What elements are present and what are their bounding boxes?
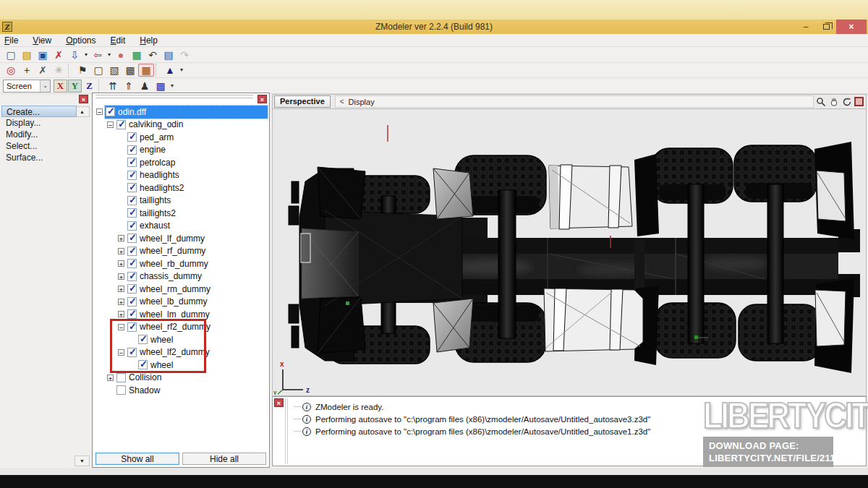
tree-row-body[interactable]: wheel_rf2_dummy	[127, 321, 268, 334]
weld-vertices-icon[interactable]: ◎	[3, 64, 19, 77]
toolbar-divider[interactable]	[98, 80, 103, 93]
new-file-icon[interactable]: ▢	[3, 48, 19, 61]
tree-checkbox[interactable]	[127, 284, 137, 294]
save-icon[interactable]: ▣	[35, 48, 51, 61]
tree-checkbox[interactable]	[106, 107, 115, 116]
dropdown-caret-icon[interactable]: ▾	[169, 80, 176, 93]
tree-row-body[interactable]: headlights2	[127, 181, 268, 194]
tree-row[interactable]: odin.dff	[94, 106, 268, 119]
tree-checkbox[interactable]	[127, 183, 137, 192]
tree-row-body[interactable]: Shadow	[116, 384, 268, 397]
tree-expander-icon[interactable]	[118, 273, 124, 280]
menu-collapse-arrow[interactable]: <	[336, 98, 349, 106]
select-rotate-icon[interactable]: ⇑	[121, 80, 137, 93]
tree-expander-icon[interactable]	[118, 311, 124, 317]
tree-row-body[interactable]: engine	[127, 144, 268, 157]
tree-checkbox[interactable]	[127, 297, 137, 307]
undo-icon[interactable]: ↶	[145, 48, 161, 61]
tree-row-body[interactable]: wheel	[137, 359, 268, 372]
tree-row[interactable]: wheel_rb_dummy	[94, 257, 268, 270]
tree-row[interactable]: exhaust	[94, 220, 268, 233]
menu-item[interactable]: Edit	[109, 35, 133, 46]
viewport-canvas[interactable]: x z y	[272, 109, 867, 396]
log-close-icon[interactable]: ×	[274, 398, 284, 407]
zoom-icon[interactable]	[815, 96, 826, 107]
tree-checkbox[interactable]	[127, 145, 137, 155]
dropdown-caret-icon[interactable]: ▾	[178, 64, 185, 77]
close-button[interactable]: ×	[836, 20, 867, 34]
menu-item[interactable]: View	[31, 35, 59, 46]
tree-row-body[interactable]: wheel_rb_dummy	[127, 257, 268, 270]
tree-row[interactable]: wheel_lm_dummy	[94, 308, 268, 321]
walk-mode-icon[interactable]: ♟	[137, 80, 153, 93]
restore-button[interactable]	[816, 20, 836, 34]
tree-row-body[interactable]: wheel	[137, 333, 268, 346]
sidebar-close-icon[interactable]: ×	[79, 95, 88, 103]
sidebar-scroll-down[interactable]: ▼	[75, 455, 90, 466]
move-vertex-icon[interactable]: +	[19, 64, 35, 77]
tree-checkbox[interactable]	[127, 132, 137, 142]
tree-row-body[interactable]: taillights2	[127, 207, 268, 220]
command-item[interactable]: Modify...	[1, 129, 77, 140]
tree-row[interactable]: headlights	[94, 169, 268, 182]
screen-space-combobox[interactable]: Screen ⌄	[3, 80, 51, 93]
tree-row[interactable]: wheel_rf2_dummy	[94, 321, 268, 334]
tree-expander-icon[interactable]	[118, 260, 124, 267]
tree-checkbox[interactable]	[127, 247, 137, 256]
show-all-button[interactable]: Show all	[95, 453, 179, 465]
select-move-icon[interactable]: ⇈	[105, 80, 121, 93]
tree-expander-icon[interactable]	[118, 286, 124, 292]
axis-x-button[interactable]: X	[54, 80, 67, 93]
tree-checkbox[interactable]	[116, 385, 126, 395]
material-sphere-icon[interactable]: ●	[113, 48, 129, 61]
tree-expander-icon[interactable]	[107, 121, 114, 128]
tree-row[interactable]: wheel_rf_dummy	[94, 245, 268, 258]
orbit-icon[interactable]	[841, 96, 852, 107]
tree-checkbox[interactable]	[127, 348, 137, 357]
tree-expander-icon[interactable]	[118, 235, 124, 241]
tree-row[interactable]: chassis_dummy	[94, 270, 268, 283]
material-editor-icon[interactable]: ▦	[129, 48, 145, 61]
command-item[interactable]: Select...	[1, 140, 77, 152]
tree-row[interactable]: engine	[94, 144, 268, 157]
minimize-button[interactable]: –	[796, 20, 816, 34]
tree-row-body[interactable]: wheel_lf_dummy	[127, 232, 268, 245]
display-menu[interactable]: Display	[349, 98, 382, 106]
tree-row[interactable]: wheel	[94, 333, 268, 346]
tree-row[interactable]: petrolcap	[94, 156, 268, 169]
tree-row[interactable]: wheel	[94, 359, 268, 372]
tree-expander-icon[interactable]	[118, 299, 124, 305]
truck-3d-model[interactable]: x z y	[273, 109, 866, 395]
pan-hand-icon[interactable]	[828, 96, 839, 107]
tree-row[interactable]: wheel_lf_dummy	[94, 232, 268, 245]
tree-checkbox[interactable]	[127, 322, 137, 332]
tree-panel-grabber[interactable]	[95, 95, 253, 98]
tree-checkbox[interactable]	[116, 373, 126, 382]
toolbar-divider[interactable]	[156, 64, 161, 77]
menu-item[interactable]: File	[3, 35, 25, 46]
dropdown-caret-icon[interactable]: ▾	[82, 48, 90, 61]
tree-checkbox[interactable]	[116, 120, 126, 129]
tree-checkbox[interactable]	[127, 208, 137, 218]
tree-expander-icon[interactable]	[96, 108, 103, 115]
tree-row-body[interactable]: headlights	[127, 169, 268, 182]
tree-checkbox[interactable]	[127, 234, 137, 243]
tree-expander-icon[interactable]	[107, 374, 114, 381]
command-item[interactable]: Surface...	[1, 152, 77, 163]
tree-row-body[interactable]: chassis_dummy	[127, 270, 268, 283]
tree-row[interactable]: ped_arm	[94, 131, 268, 144]
menu-item[interactable]: Help	[138, 35, 165, 46]
light-cone-icon[interactable]: ▲	[162, 64, 178, 77]
sidebar-scroll-up[interactable]: ▲	[75, 106, 90, 117]
tree-row-body[interactable]: petrolcap	[127, 156, 268, 169]
tree-close-icon[interactable]: ×	[258, 95, 267, 103]
delete-icon[interactable]: ✗	[51, 48, 67, 61]
tree-checkbox[interactable]	[127, 259, 137, 268]
objects-mode-icon[interactable]: ▦	[138, 64, 154, 77]
tree-row-body[interactable]: calviking_odin	[116, 119, 268, 132]
tree-row-body[interactable]: wheel_lm_dummy	[127, 308, 268, 321]
perspective-button[interactable]: Perspective	[274, 95, 331, 108]
tree-row-body[interactable]: wheel_lf2_dummy	[127, 346, 268, 359]
command-item[interactable]: Create...	[1, 106, 77, 117]
tree-row[interactable]: headlights2	[94, 181, 268, 194]
